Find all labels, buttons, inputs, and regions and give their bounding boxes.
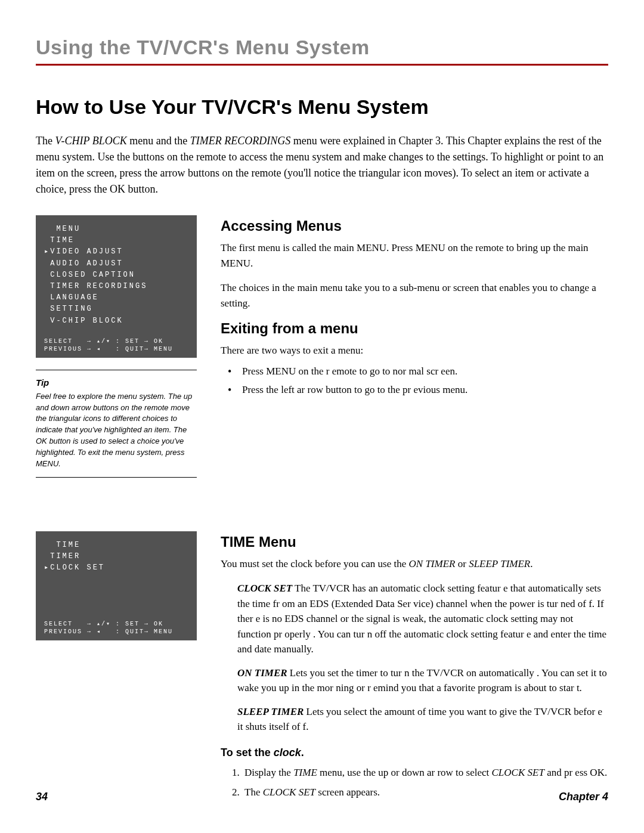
menu-line: CLOSED CAPTION [44, 270, 188, 281]
text-italic: SLEEP TIMER [469, 558, 530, 569]
list-item: Display the TIME menu, use the up or dow… [242, 765, 608, 781]
list-item: Press MENU on the r emote to go to nor m… [221, 363, 608, 379]
text: and pr ess OK. [544, 767, 607, 778]
menu-line: ▸CLOCK SET [44, 562, 188, 574]
menu-line: ▸VIDEO ADJUST [44, 246, 188, 258]
text-italic: clock [274, 747, 301, 758]
def-label: ON TIMER [237, 667, 287, 679]
body-text: You must set the clock before you can us… [221, 556, 608, 572]
list-item: Press the left ar row button to go to th… [221, 382, 608, 398]
tip-label: Tip [36, 377, 197, 388]
body-text: The choices in the main menu take you to… [221, 280, 608, 311]
def-text: Lets you set the timer to tur n the TV/V… [237, 667, 607, 694]
chapter-label: Chapter 4 [559, 791, 608, 803]
body-text: There are two ways to exit a menu: [221, 343, 608, 358]
definition-clockset: CLOCK SET The TV/VCR has an automatic cl… [221, 581, 608, 657]
chapter-title: Using the TV/VCR's Menu System [36, 36, 608, 66]
def-text: The TV/VCR has an automatic clock settin… [237, 583, 606, 655]
menu-line: TIME [44, 235, 188, 246]
text: . [530, 558, 532, 569]
def-label: CLOCK SET [237, 583, 292, 594]
text: To set the [221, 747, 274, 758]
page-footer: 34 Chapter 4 [36, 791, 608, 803]
menu-line: AUDIO ADJUST [44, 258, 188, 270]
page-number: 34 [36, 791, 48, 803]
definition-sleeptimer: SLEEP TIMER Lets you select the amount o… [221, 704, 608, 735]
heading-exiting-menu: Exiting from a menu [221, 320, 608, 337]
def-label: SLEEP TIMER [237, 706, 304, 717]
text-italic: CLOCK SET [492, 767, 544, 778]
text-italic: TIMER RECORDINGS [190, 135, 290, 147]
tip-box: Tip Feel free to explore the menu system… [36, 370, 197, 478]
definition-ontimer: ON TIMER Lets you set the timer to tur n… [221, 665, 608, 696]
text: You must set the clock before you can us… [221, 558, 409, 569]
menu-line: MENU [44, 224, 188, 235]
text-italic: TIME [293, 767, 317, 778]
menu-line: TIMER RECORDINGS [44, 281, 188, 292]
menu-screenshot-main: MENU TIME ▸VIDEO ADJUST AUDIO ADJUST CLO… [36, 215, 197, 358]
text-italic: V-CHIP BLOCK [55, 135, 126, 147]
bullet-list: Press MENU on the r emote to go to nor m… [221, 363, 608, 398]
text: or [455, 558, 469, 569]
heading-time-menu: TIME Menu [221, 534, 608, 550]
menu-footer-line: PREVIOUS → ◂ : QUIT→ MENU [44, 345, 188, 353]
menu-line: V-CHIP BLOCK [44, 315, 188, 327]
menu-line: LANGUAGE [44, 292, 188, 304]
body-text: The first menu is called the main MENU. … [221, 240, 608, 271]
menu-footer-line: SELECT → ▴/▾ : SET → OK [44, 337, 188, 345]
page-title: How to Use Your TV/VCR's Menu System [36, 95, 608, 119]
menu-footer-line: PREVIOUS → ◂ : QUIT→ MENU [44, 628, 188, 636]
intro-paragraph: The V-CHIP BLOCK menu and the TIMER RECO… [36, 133, 608, 197]
heading-set-clock: To set the clock. [221, 747, 608, 759]
menu-line: TIMER [44, 551, 188, 562]
text: . [301, 747, 304, 758]
text: menu and the [127, 135, 190, 147]
text: Display the [244, 767, 293, 778]
menu-line: SETTING [44, 304, 188, 315]
heading-accessing-menus: Accessing Menus [221, 218, 608, 234]
text: The [36, 135, 55, 147]
menu-screenshot-time: TIME TIMER ▸CLOCK SET SELECT → ▴/▾ : SET… [36, 531, 197, 641]
text-italic: ON TIMER [409, 558, 456, 569]
text: menu, use the up or down ar row to selec… [317, 767, 492, 778]
menu-footer-line: SELECT → ▴/▾ : SET → OK [44, 620, 188, 628]
menu-line: TIME [44, 540, 188, 551]
tip-text: Feel free to explore the menu system. Th… [36, 391, 197, 470]
